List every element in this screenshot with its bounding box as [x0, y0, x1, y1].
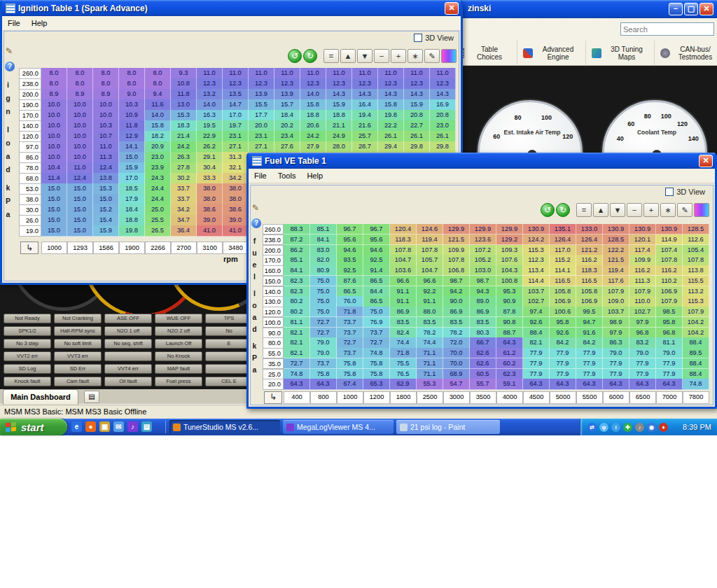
table-cell[interactable]: 83.0 [310, 245, 337, 255]
revert-button[interactable]: ↺ [288, 49, 302, 63]
set-value-button[interactable]: ▲ [340, 49, 356, 63]
table-cell[interactable]: 61.2 [496, 348, 523, 358]
table-cell[interactable]: 62.6 [470, 348, 496, 358]
table-cell[interactable]: 88.4 [683, 369, 709, 379]
table-cell[interactable]: 82.3 [284, 276, 310, 286]
table-cell[interactable]: 62.3 [496, 369, 523, 379]
edit-button[interactable]: ✎ [677, 203, 692, 217]
table-cell[interactable]: 135.1 [550, 224, 576, 234]
table-cell[interactable]: 12.3 [326, 78, 352, 90]
close-icon[interactable]: ✕ [445, 2, 459, 15]
table-cell[interactable]: 15.0 [93, 194, 119, 205]
table-cell[interactable]: 71.8 [390, 348, 417, 358]
table-cell[interactable]: 23.9 [145, 162, 171, 174]
menu-help[interactable]: Help [26, 17, 53, 29]
table-cell[interactable]: 107.2 [470, 245, 496, 255]
table-cell[interactable]: 60.5 [470, 369, 496, 379]
table-cell[interactable]: 18.4 [274, 110, 300, 121]
table-cell[interactable]: 83.2 [629, 337, 656, 348]
table-cell[interactable]: 116.5 [550, 276, 576, 286]
table-cell[interactable]: 110.2 [656, 276, 683, 286]
start-button[interactable]: start [0, 419, 67, 435]
table-cell[interactable]: 29.8 [404, 141, 430, 153]
table-cell[interactable]: 77.9 [656, 358, 683, 369]
table-cell[interactable]: 100.6 [550, 307, 576, 317]
interpolate-button[interactable]: ▼ [610, 203, 625, 217]
table-cell[interactable]: 8.0 [93, 78, 119, 90]
table-cell[interactable]: 10.0 [67, 152, 93, 163]
table-cell[interactable]: 29.8 [430, 141, 456, 153]
checkbox-3d-view[interactable] [665, 188, 674, 196]
table-cell[interactable]: 15.0 [67, 183, 93, 195]
table-cell[interactable]: 77.9 [550, 358, 576, 369]
table-cell[interactable]: 12.3 [300, 78, 326, 90]
table-cell[interactable]: 90.9 [496, 296, 523, 307]
table-cell[interactable]: 116.2 [656, 265, 683, 276]
table-cell[interactable]: 81.1 [656, 337, 683, 348]
table-cell[interactable]: 39.0 [197, 215, 223, 226]
table-cell[interactable]: 77.9 [576, 348, 603, 358]
table-cell[interactable]: 14.3 [378, 89, 404, 100]
table-cell[interactable]: 15.7 [274, 99, 300, 111]
table-cell[interactable]: 96.8 [656, 328, 683, 338]
table-cell[interactable]: 83.5 [390, 317, 417, 328]
table-cell[interactable]: 34.2 [223, 173, 249, 184]
table-cell[interactable]: 84.1 [284, 265, 310, 276]
table-cell[interactable]: 98.7 [443, 276, 470, 286]
table-cell[interactable]: 121.5 [443, 234, 470, 245]
edit-button[interactable]: ✎ [424, 49, 440, 63]
table-cell[interactable]: 26.3 [171, 152, 197, 163]
table-cell[interactable]: 107.9 [603, 286, 629, 297]
table-cell[interactable]: 12.3 [274, 78, 300, 90]
table-cell[interactable]: 72.0 [443, 337, 470, 348]
table-cell[interactable]: 75.8 [337, 358, 363, 369]
table-cell[interactable]: 39.0 [223, 215, 249, 226]
table-cell[interactable]: 104.7 [390, 255, 417, 265]
gradient-button[interactable] [441, 49, 457, 63]
table-cell[interactable]: 90.8 [496, 317, 523, 328]
table-cell[interactable]: 72.7 [363, 337, 390, 348]
table-cell[interactable]: 10.0 [67, 99, 93, 111]
table-cell[interactable]: 84.2 [550, 337, 576, 348]
table-cell[interactable]: 74.8 [284, 369, 310, 379]
table-cell[interactable]: 86.2 [284, 245, 310, 255]
revert-button[interactable]: ↺ [541, 203, 555, 217]
table-cell[interactable]: 77.9 [603, 369, 629, 379]
table-cell[interactable]: 117.0 [550, 245, 576, 255]
table-cell[interactable]: 19.8 [378, 110, 404, 121]
table-cell[interactable]: 25.0 [145, 204, 171, 216]
table-cell[interactable]: 64.3 [284, 379, 310, 389]
table-cell[interactable]: 13.8 [93, 173, 119, 184]
table-cell[interactable]: 9.3 [171, 68, 197, 79]
table-cell[interactable]: 129.9 [470, 224, 496, 234]
table-cell[interactable]: 92.2 [417, 286, 443, 297]
table-cell[interactable]: 113.4 [523, 265, 550, 276]
table-cell[interactable]: 88.4 [683, 337, 709, 348]
table-cell[interactable]: 15.4 [93, 215, 119, 226]
table-cell[interactable]: 15.0 [67, 204, 93, 216]
table-cell[interactable]: 34.7 [171, 215, 197, 226]
table-cell[interactable]: 18.3 [171, 120, 197, 132]
table-cell[interactable]: 71.1 [417, 369, 443, 379]
table-cell[interactable]: 80.2 [284, 307, 310, 317]
table-cell[interactable]: 117.4 [629, 245, 656, 255]
table-cell[interactable]: 112.6 [683, 234, 709, 245]
table-cell[interactable]: 78.2 [443, 328, 470, 338]
table-cell[interactable]: 55.7 [470, 379, 496, 389]
table-cell[interactable]: 70.0 [443, 348, 470, 358]
table-cell[interactable]: 17.7 [249, 110, 274, 121]
table-cell[interactable]: 96.7 [337, 224, 363, 234]
table-cell[interactable]: 121.2 [576, 245, 603, 255]
table-cell[interactable]: 15.8 [300, 99, 326, 111]
table-cell[interactable]: 98.5 [656, 307, 683, 317]
table-cell[interactable]: 106.9 [656, 286, 683, 297]
table-cell[interactable]: 78.2 [417, 328, 443, 338]
table-cell[interactable]: 11.0 [93, 141, 119, 153]
table-cell[interactable]: 22.2 [378, 120, 404, 132]
table-cell[interactable]: 11.0 [223, 68, 249, 79]
table-cell[interactable]: 129.9 [496, 224, 523, 234]
table-cell[interactable]: 133.0 [576, 224, 603, 234]
table-cell[interactable]: 97.9 [629, 317, 656, 328]
table-cell[interactable]: 86.5 [337, 286, 363, 297]
table-cell[interactable]: 14.0 [145, 110, 171, 121]
